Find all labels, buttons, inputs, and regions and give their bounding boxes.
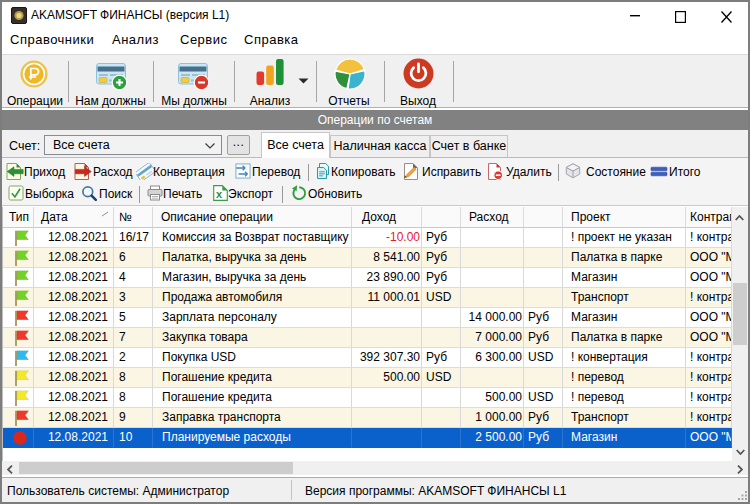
svg-text:x: x (216, 188, 223, 200)
